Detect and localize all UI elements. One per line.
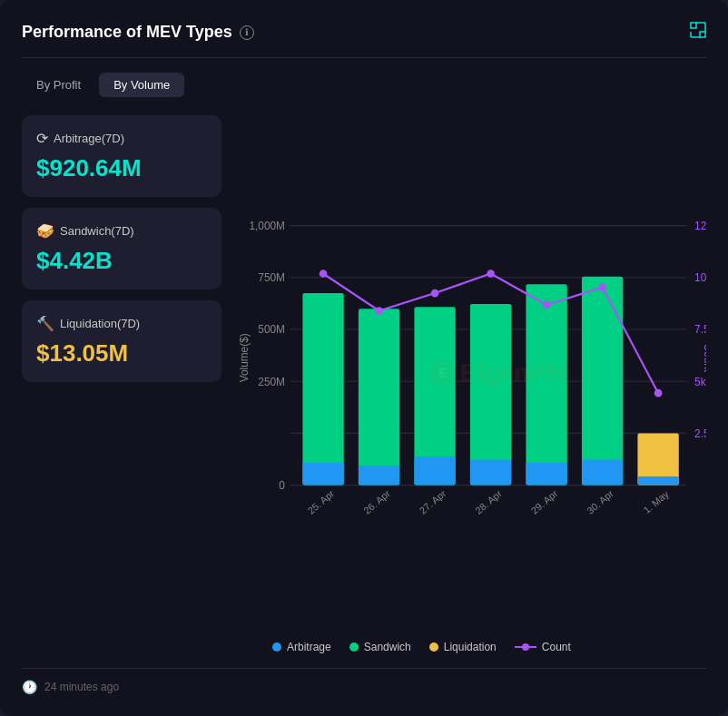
liquidation-value: $13.05M xyxy=(36,339,207,368)
arbitrage-value: $920.64M xyxy=(36,154,207,182)
info-icon[interactable]: ℹ xyxy=(240,25,254,40)
svg-text:Volume($): Volume($) xyxy=(238,333,251,382)
svg-rect-33 xyxy=(470,304,511,486)
expand-icon[interactable] xyxy=(690,22,706,43)
arbitrage-legend-dot xyxy=(272,642,281,652)
svg-rect-0 xyxy=(691,23,696,28)
arbitrage-card: ⟳ Arbitrage(7D) $920.64M xyxy=(22,115,221,197)
svg-text:Count: Count xyxy=(702,343,706,372)
chart-container: E EigenPhi 1,000M 750M xyxy=(236,115,706,630)
svg-text:2.5k: 2.5k xyxy=(694,427,706,440)
svg-point-41 xyxy=(320,270,328,278)
last-updated: 24 minutes ago xyxy=(44,681,119,693)
card-header: Performance of MEV Types ℹ xyxy=(22,22,706,43)
svg-text:1,000M: 1,000M xyxy=(249,220,285,232)
toggle-group: By Profit By Volume xyxy=(22,73,706,97)
svg-rect-32 xyxy=(414,456,455,485)
sandwich-legend-dot xyxy=(349,642,359,652)
svg-rect-30 xyxy=(359,466,399,486)
by-profit-button[interactable]: By Profit xyxy=(22,73,95,97)
liquidation-card: 🔨 Liquidation(7D) $13.05M xyxy=(22,300,221,382)
svg-rect-37 xyxy=(582,277,623,486)
main-card: Performance of MEV Types ℹ By Profit By … xyxy=(0,0,728,716)
metrics-column: ⟳ Arbitrage(7D) $920.64M 🥪 Sandwich(7D) … xyxy=(22,115,221,653)
sandwich-card: 🥪 Sandwich(7D) $4.42B xyxy=(22,208,221,289)
svg-rect-35 xyxy=(526,284,566,485)
svg-rect-27 xyxy=(302,293,343,486)
liquidation-icon: 🔨 xyxy=(36,315,54,332)
footer: 🕐 24 minutes ago xyxy=(22,668,706,694)
svg-text:12.5k: 12.5k xyxy=(694,220,706,232)
svg-text:750M: 750M xyxy=(258,271,285,284)
clock-icon: 🕐 xyxy=(22,680,37,694)
chart-legend: Arbitrage Sandwich Liquidation Count xyxy=(236,641,706,653)
svg-rect-36 xyxy=(526,463,566,486)
liquidation-legend-dot xyxy=(429,642,438,652)
svg-text:7.5k: 7.5k xyxy=(694,323,706,336)
chart-area: E EigenPhi 1,000M 750M xyxy=(236,115,706,653)
svg-text:500M: 500M xyxy=(258,323,285,336)
main-content: ⟳ Arbitrage(7D) $920.64M 🥪 Sandwich(7D) … xyxy=(22,115,706,653)
page-title: Performance of MEV Types xyxy=(22,23,232,42)
svg-point-45 xyxy=(543,301,551,309)
svg-text:0: 0 xyxy=(279,479,285,492)
svg-rect-34 xyxy=(470,460,511,486)
svg-rect-40 xyxy=(637,476,678,486)
svg-text:5k: 5k xyxy=(694,376,706,388)
arbitrage-legend-label: Arbitrage xyxy=(287,641,331,653)
header-left: Performance of MEV Types ℹ xyxy=(22,23,254,42)
sandwich-icon: 🥪 xyxy=(36,222,54,240)
svg-point-56 xyxy=(522,643,529,651)
svg-text:10k: 10k xyxy=(694,271,706,284)
count-legend-label: Count xyxy=(542,641,571,653)
svg-text:250M: 250M xyxy=(258,376,285,388)
liquidation-label: 🔨 Liquidation(7D) xyxy=(36,315,207,332)
svg-rect-1 xyxy=(700,32,705,37)
legend-liquidation: Liquidation xyxy=(429,641,497,653)
bar-chart: 1,000M 750M 500M 250M 0 Volume($) 12.5k … xyxy=(236,115,706,630)
by-volume-button[interactable]: By Volume xyxy=(99,73,184,97)
sandwich-value: $4.42B xyxy=(36,247,207,275)
svg-rect-38 xyxy=(582,460,623,486)
svg-point-43 xyxy=(431,289,439,298)
legend-sandwich: Sandwich xyxy=(349,641,411,653)
svg-rect-28 xyxy=(302,463,343,486)
sandwich-legend-label: Sandwich xyxy=(364,641,411,653)
arbitrage-label: ⟳ Arbitrage(7D) xyxy=(36,130,207,147)
sandwich-label: 🥪 Sandwich(7D) xyxy=(36,222,207,240)
legend-count: Count xyxy=(515,641,571,653)
legend-arbitrage: Arbitrage xyxy=(272,641,331,653)
svg-point-46 xyxy=(598,283,606,291)
svg-point-42 xyxy=(375,307,383,315)
svg-point-47 xyxy=(654,389,663,397)
svg-point-44 xyxy=(487,270,495,278)
count-legend-line xyxy=(515,642,536,652)
header-divider xyxy=(22,57,706,58)
arbitrage-icon: ⟳ xyxy=(36,130,48,147)
liquidation-legend-label: Liquidation xyxy=(444,641,497,653)
svg-rect-29 xyxy=(359,309,399,485)
